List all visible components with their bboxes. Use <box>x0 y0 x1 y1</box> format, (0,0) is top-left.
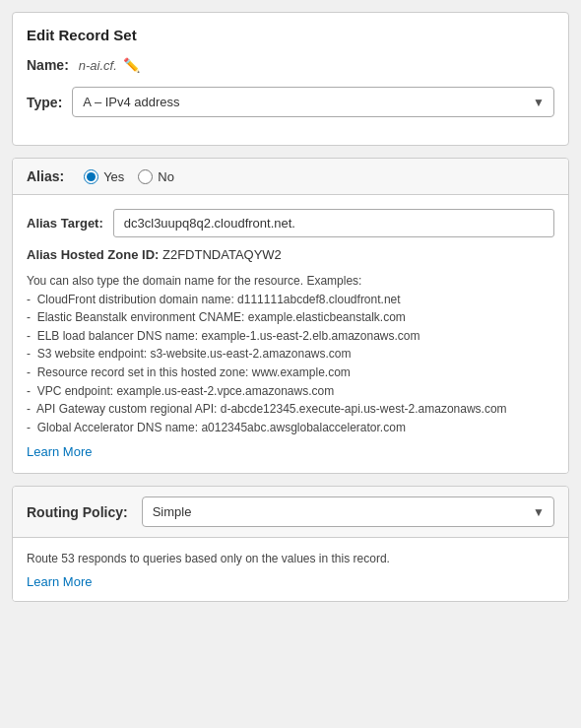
alias-no-radio[interactable] <box>138 169 153 184</box>
routing-label: Routing Policy: <box>27 504 128 520</box>
alias-zone-value: Z2FDTNDATAQYW2 <box>162 247 282 262</box>
name-field-row: Name: n-ai.cf. ✏️ <box>27 57 554 73</box>
alias-no-label[interactable]: No <box>158 169 174 184</box>
alias-zone-label: Alias Hosted Zone ID: <box>27 247 159 262</box>
alias-radio-group: Yes No <box>84 169 174 184</box>
routing-learn-more-link[interactable]: Learn More <box>27 574 92 589</box>
type-label: Type: <box>27 95 62 110</box>
alias-header: Alias: Yes No <box>13 159 568 195</box>
alias-yes-label[interactable]: Yes <box>103 169 124 184</box>
type-field-row: Type: A – IPv4 address AAAA – IPv6 addre… <box>27 87 554 117</box>
routing-body: Route 53 responds to queries based only … <box>13 538 568 601</box>
alias-label: Alias: <box>27 168 64 184</box>
type-select-wrapper: A – IPv4 address AAAA – IPv6 address CNA… <box>72 87 554 117</box>
routing-description: Route 53 responds to queries based only … <box>27 550 554 568</box>
name-value: n-ai.cf. <box>79 58 117 73</box>
alias-zone-row: Alias Hosted Zone ID: Z2FDTNDATAQYW2 <box>27 247 554 262</box>
routing-header: Routing Policy: Simple Weighted Latency … <box>13 487 568 538</box>
alias-target-row: Alias Target: <box>27 209 554 237</box>
alias-yes-radio[interactable] <box>84 169 98 184</box>
alias-target-input[interactable] <box>113 209 554 237</box>
name-label: Name: <box>27 57 69 73</box>
alias-section: Alias: Yes No Alias Target: Alias Hosted… <box>12 158 569 474</box>
alias-no-radio-item[interactable]: No <box>138 169 174 184</box>
alias-description: You can also type the domain name for th… <box>27 272 554 436</box>
alias-body: Alias Target: Alias Hosted Zone ID: Z2FD… <box>13 195 568 473</box>
type-select[interactable]: A – IPv4 address AAAA – IPv6 address CNA… <box>72 87 554 117</box>
top-panel: Edit Record Set Name: n-ai.cf. ✏️ Type: … <box>12 12 569 146</box>
alias-yes-radio-item[interactable]: Yes <box>84 169 124 184</box>
alias-learn-more-link[interactable]: Learn More <box>27 444 92 459</box>
routing-select-wrapper: Simple Weighted Latency Failover Geoloca… <box>142 496 554 527</box>
alias-target-label: Alias Target: <box>27 216 103 231</box>
routing-section: Routing Policy: Simple Weighted Latency … <box>12 486 569 602</box>
page-title: Edit Record Set <box>27 27 554 43</box>
pencil-icon[interactable]: ✏️ <box>123 57 140 73</box>
routing-select[interactable]: Simple Weighted Latency Failover Geoloca… <box>142 496 554 527</box>
